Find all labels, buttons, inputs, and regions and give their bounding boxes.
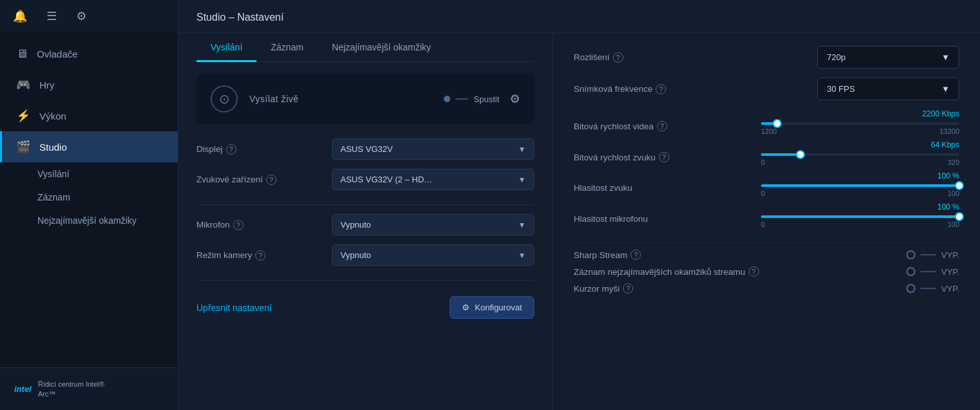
tab-nejzajimavejsi[interactable]: Nejzajímavější okamžiky — [318, 33, 445, 62]
zaznam-toggle-circle — [906, 267, 915, 276]
slider-track-videa[interactable] — [761, 122, 959, 125]
rezim-kamery-select[interactable]: Vypnuto ▼ — [332, 244, 534, 266]
sidebar-top-bar: 🔔 ☰ ⚙ — [0, 0, 178, 32]
form-row-displej: Displej ? ASUS VG32V ▼ — [196, 138, 534, 160]
zaznam-nejzajimavejsi-label: Záznam nejzajímavějších okamžiků streamu… — [574, 266, 906, 277]
zaznam-nejzajimavejsi-help-icon[interactable]: ? — [749, 266, 759, 277]
form-row-mikrofon: Mikrofon ? Vypnuto ▼ — [196, 214, 534, 235]
mikrofon-chevron-icon: ▼ — [518, 221, 526, 230]
slider-labels-hlasitost-zvuku: 0 100 — [761, 189, 959, 197]
hlasitost-mikrofonu-value: 100 % — [937, 202, 959, 211]
tab-zaznam[interactable]: Záznam — [256, 33, 318, 62]
bitova-rychlost-zvuku-help-icon[interactable]: ? — [659, 152, 669, 162]
stream-label: Vysílat živě — [249, 94, 432, 104]
slider-track-hlasitost-zvuku[interactable] — [761, 184, 959, 187]
stream-toggle: Spustit — [444, 94, 499, 104]
slider-thumb-hlasitost-mikrofonu[interactable] — [955, 212, 964, 221]
slider-thumb-videa[interactable] — [773, 119, 782, 128]
displej-select[interactable]: ASUS VG32V ▼ — [332, 138, 534, 160]
hlasitost-zvuku-label: Hlasitost zvuku — [574, 171, 761, 193]
setting-row-bitova-rychlost-videa: Bitová rychlost videa ? 2200 Kbps 1200 1… — [574, 109, 959, 135]
sidebar-item-vykon[interactable]: ⚡ Výkon — [0, 100, 178, 131]
rozliseni-dropdown[interactable]: 720p ▼ — [817, 46, 959, 69]
right-panel: Rozlišení ? 720p ▼ Snímková frekvence ? … — [553, 33, 980, 410]
vykon-icon: ⚡ — [16, 109, 30, 123]
slider-fill-hlasitost-mikrofonu — [761, 215, 959, 218]
upresit-nastaveni-button[interactable]: Upřesnit nastavení — [196, 303, 272, 313]
displej-label: Displej ? — [196, 144, 326, 155]
zaznam-nejzajimavejsi-toggle[interactable]: VYP. — [906, 267, 959, 277]
displej-help-icon[interactable]: ? — [226, 144, 236, 155]
hlasitost-zvuku-value: 100 % — [937, 171, 959, 180]
settings-icon[interactable]: ⚙ — [76, 9, 87, 23]
hlasitost-zvuku-slider[interactable]: 100 % 0 100 — [761, 171, 959, 197]
slider-fill-hlasitost-zvuku — [761, 184, 959, 187]
snimkova-frekvence-help-icon[interactable]: ? — [656, 84, 666, 94]
kurzor-mysi-toggle[interactable]: VYP. — [906, 284, 959, 294]
toggle-row-sharp-stream: Sharp Stream ? VYP. — [574, 250, 959, 260]
sharp-stream-toggle-line — [921, 254, 936, 255]
zvukove-zarizeni-help-icon[interactable]: ? — [266, 175, 276, 185]
sidebar-item-studio[interactable]: 🎬 Studio — [0, 131, 178, 162]
bitova-rychlost-videa-value: 2200 Kbps — [923, 109, 959, 118]
studio-sub-nav: Vysílání Záznam Nejzajímavější okamžiky — [0, 162, 178, 232]
sharp-stream-toggle-circle — [906, 250, 915, 259]
sidebar-item-hry[interactable]: 🎮 Hry — [0, 69, 178, 100]
stream-start-label: Spustit — [474, 94, 499, 104]
snimkova-frekvence-dropdown[interactable]: 30 FPS ▼ — [817, 78, 959, 100]
form-row-zvukove-zarizeni: Zvukové zařízení ? ASUS VG32V (2 – HD… ▼ — [196, 169, 534, 190]
zvukove-zarizeni-select[interactable]: ASUS VG32V (2 – HD… ▼ — [332, 169, 534, 190]
bottom-actions: Upřesnit nastavení ⚙ Konfigurovat — [196, 296, 534, 319]
slider-track-zvuku[interactable] — [761, 153, 959, 156]
main-area: Studio – Nastavení Vysílání Záznam Nejza… — [178, 0, 980, 410]
bitova-rychlost-zvuku-slider[interactable]: 64 Kbps 0 320 — [761, 140, 959, 166]
left-panel: Vysílání Záznam Nejzajímavější okamžiky … — [178, 33, 553, 410]
displej-chevron-icon: ▼ — [518, 145, 526, 154]
stream-preview-bar: ⊙ Vysílat živě Spustit ⚙ — [196, 74, 534, 124]
ovladace-icon: 🖥 — [16, 47, 28, 61]
slider-thumb-zvuku[interactable] — [796, 150, 805, 159]
setting-row-hlasitost-mikrofonu: Hlasitost mikrofonu 100 % 0 100 — [574, 202, 959, 228]
hlasitost-mikrofonu-label: Hlasitost mikrofonu — [574, 202, 761, 224]
intel-subtitle: Řídicí centrum Intel® Arc™ — [38, 380, 105, 398]
slider-thumb-hlasitost-zvuku[interactable] — [955, 181, 964, 190]
stream-gear-button[interactable]: ⚙ — [510, 92, 520, 106]
tabs: Vysílání Záznam Nejzajímavější okamžiky — [196, 33, 534, 62]
mikrofon-label: Mikrofon ? — [196, 220, 326, 230]
content-area: Vysílání Záznam Nejzajímavější okamžiky … — [178, 33, 980, 410]
setting-row-snimkova-frekvence: Snímková frekvence ? 30 FPS ▼ — [574, 78, 959, 100]
kurzor-mysi-toggle-circle — [906, 284, 915, 293]
sharp-stream-toggle[interactable]: VYP. — [906, 250, 959, 260]
sub-nav-nejzajimavejsi[interactable]: Nejzajímavější okamžiky — [0, 209, 178, 232]
mikrofon-select[interactable]: Vypnuto ▼ — [332, 214, 534, 235]
bitova-rychlost-videa-slider[interactable]: 2200 Kbps 1200 13200 — [761, 109, 959, 135]
bitova-rychlost-videa-help-icon[interactable]: ? — [657, 121, 667, 131]
toggle-row-zaznam-nejzajimavejsi: Záznam nejzajímavějších okamžiků streamu… — [574, 266, 959, 277]
rozliseni-chevron-icon: ▼ — [941, 52, 950, 62]
setting-row-hlasitost-zvuku: Hlasitost zvuku 100 % 0 100 — [574, 171, 959, 197]
mikrofon-help-icon[interactable]: ? — [233, 220, 244, 230]
toggle-dot-icon — [444, 96, 450, 102]
bell-icon[interactable]: 🔔 — [13, 9, 27, 23]
form-divider-2 — [196, 280, 534, 281]
rezim-kamery-label: Režim kamery ? — [196, 250, 326, 261]
konfigurovat-button[interactable]: ⚙ Konfigurovat — [450, 296, 534, 319]
tab-vysilani[interactable]: Vysílání — [196, 33, 256, 62]
rezim-kamery-help-icon[interactable]: ? — [255, 250, 266, 261]
kurzor-mysi-label: Kurzor myši ? — [574, 283, 906, 294]
sub-nav-vysilani[interactable]: Vysílání — [0, 162, 178, 186]
stream-record-icon: ⊙ — [211, 85, 238, 113]
rozliseni-help-icon[interactable]: ? — [613, 52, 623, 63]
slider-fill-zvuku — [761, 153, 800, 156]
divider-toggles — [574, 243, 959, 243]
menu-icon[interactable]: ☰ — [47, 9, 57, 23]
kurzor-mysi-help-icon[interactable]: ? — [623, 283, 633, 294]
zvukove-zarizeni-label: Zvukové zařízení ? — [196, 175, 326, 185]
sub-nav-zaznam[interactable]: Záznam — [0, 186, 178, 209]
slider-labels-videa: 1200 13200 — [761, 127, 959, 135]
sidebar-item-ovladace[interactable]: 🖥 Ovladače — [0, 39, 178, 69]
slider-track-hlasitost-mikrofonu[interactable] — [761, 215, 959, 218]
sidebar-item-hry-label: Hry — [39, 80, 54, 91]
hlasitost-mikrofonu-slider[interactable]: 100 % 0 100 — [761, 202, 959, 228]
sharp-stream-help-icon[interactable]: ? — [631, 250, 641, 260]
